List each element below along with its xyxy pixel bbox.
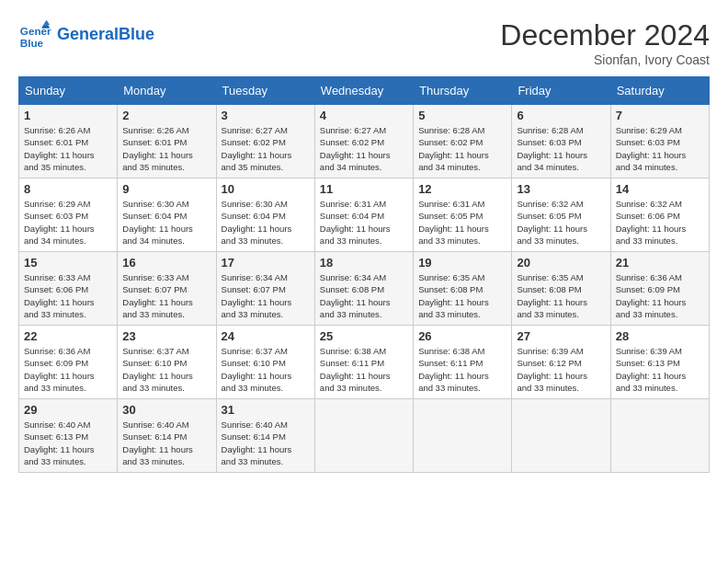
column-header-monday: Monday — [118, 77, 216, 105]
day-number: 5 — [418, 109, 506, 122]
calendar-cell: 25Sunrise: 6:38 AM Sunset: 6:11 PM Dayli… — [314, 326, 413, 399]
day-info: Sunrise: 6:32 AM Sunset: 6:05 PM Dayligh… — [517, 198, 605, 247]
calendar-week-row: 1Sunrise: 6:26 AM Sunset: 6:01 PM Daylig… — [19, 105, 710, 178]
logo: General Blue GeneralBlue — [18, 18, 154, 52]
day-info: Sunrise: 6:35 AM Sunset: 6:08 PM Dayligh… — [517, 271, 605, 320]
calendar-cell: 16Sunrise: 6:33 AM Sunset: 6:07 PM Dayli… — [118, 252, 216, 326]
day-number: 16 — [122, 256, 210, 270]
calendar-cell: 1Sunrise: 6:26 AM Sunset: 6:01 PM Daylig… — [19, 105, 118, 178]
day-number: 7 — [616, 109, 704, 122]
day-info: Sunrise: 6:27 AM Sunset: 6:02 PM Dayligh… — [320, 124, 408, 173]
calendar-cell — [314, 399, 413, 473]
day-number: 15 — [24, 256, 112, 270]
calendar-cell: 13Sunrise: 6:32 AM Sunset: 6:05 PM Dayli… — [512, 178, 610, 252]
calendar-cell: 3Sunrise: 6:27 AM Sunset: 6:02 PM Daylig… — [216, 105, 314, 178]
day-info: Sunrise: 6:35 AM Sunset: 6:08 PM Dayligh… — [418, 271, 506, 320]
day-number: 26 — [418, 329, 506, 343]
day-info: Sunrise: 6:30 AM Sunset: 6:04 PM Dayligh… — [122, 198, 210, 247]
day-number: 20 — [517, 256, 605, 270]
day-info: Sunrise: 6:31 AM Sunset: 6:05 PM Dayligh… — [418, 198, 506, 247]
day-info: Sunrise: 6:37 AM Sunset: 6:10 PM Dayligh… — [222, 345, 310, 394]
day-number: 1 — [24, 109, 112, 122]
calendar-cell: 11Sunrise: 6:31 AM Sunset: 6:04 PM Dayli… — [314, 178, 413, 252]
calendar-cell: 7Sunrise: 6:29 AM Sunset: 6:03 PM Daylig… — [610, 105, 709, 178]
day-info: Sunrise: 6:26 AM Sunset: 6:01 PM Dayligh… — [122, 124, 210, 173]
day-number: 28 — [616, 329, 704, 343]
calendar-cell: 30Sunrise: 6:40 AM Sunset: 6:14 PM Dayli… — [118, 399, 216, 473]
day-number: 18 — [320, 256, 408, 270]
day-info: Sunrise: 6:40 AM Sunset: 6:13 PM Dayligh… — [24, 419, 112, 467]
page-header: General Blue GeneralBlue December 2024 S… — [18, 18, 710, 67]
day-number: 29 — [24, 403, 112, 417]
day-info: Sunrise: 6:28 AM Sunset: 6:03 PM Dayligh… — [517, 124, 605, 173]
title-block: December 2024 Sionfan, Ivory Coast — [500, 18, 710, 67]
day-number: 24 — [222, 329, 310, 343]
day-info: Sunrise: 6:34 AM Sunset: 6:08 PM Dayligh… — [320, 271, 408, 320]
calendar-cell: 8Sunrise: 6:29 AM Sunset: 6:03 PM Daylig… — [19, 178, 118, 252]
day-info: Sunrise: 6:40 AM Sunset: 6:14 PM Dayligh… — [122, 419, 210, 467]
day-info: Sunrise: 6:30 AM Sunset: 6:04 PM Dayligh… — [222, 198, 310, 247]
calendar-cell — [512, 399, 610, 473]
day-number: 8 — [24, 182, 112, 196]
day-number: 21 — [616, 256, 704, 270]
calendar-cell: 4Sunrise: 6:27 AM Sunset: 6:02 PM Daylig… — [314, 105, 413, 178]
calendar-header-row: SundayMondayTuesdayWednesdayThursdayFrid… — [19, 77, 710, 105]
calendar-cell: 29Sunrise: 6:40 AM Sunset: 6:13 PM Dayli… — [19, 399, 118, 473]
calendar-cell: 28Sunrise: 6:39 AM Sunset: 6:13 PM Dayli… — [610, 326, 709, 399]
day-info: Sunrise: 6:36 AM Sunset: 6:09 PM Dayligh… — [616, 271, 704, 320]
calendar-cell: 22Sunrise: 6:36 AM Sunset: 6:09 PM Dayli… — [19, 326, 118, 399]
day-info: Sunrise: 6:38 AM Sunset: 6:11 PM Dayligh… — [418, 345, 506, 394]
calendar-week-row: 22Sunrise: 6:36 AM Sunset: 6:09 PM Dayli… — [19, 326, 710, 399]
day-number: 22 — [24, 329, 112, 343]
calendar-cell: 2Sunrise: 6:26 AM Sunset: 6:01 PM Daylig… — [118, 105, 216, 178]
calendar-cell: 26Sunrise: 6:38 AM Sunset: 6:11 PM Dayli… — [414, 326, 512, 399]
calendar-cell — [414, 399, 512, 473]
day-info: Sunrise: 6:36 AM Sunset: 6:09 PM Dayligh… — [24, 345, 112, 394]
calendar-cell: 24Sunrise: 6:37 AM Sunset: 6:10 PM Dayli… — [216, 326, 314, 399]
calendar-cell: 6Sunrise: 6:28 AM Sunset: 6:03 PM Daylig… — [512, 105, 610, 178]
day-number: 9 — [122, 182, 210, 196]
calendar-cell: 12Sunrise: 6:31 AM Sunset: 6:05 PM Dayli… — [414, 178, 512, 252]
day-info: Sunrise: 6:27 AM Sunset: 6:02 PM Dayligh… — [222, 124, 310, 173]
column-header-sunday: Sunday — [19, 77, 118, 105]
calendar-cell: 31Sunrise: 6:40 AM Sunset: 6:14 PM Dayli… — [216, 399, 314, 473]
calendar-cell — [610, 399, 709, 473]
column-header-tuesday: Tuesday — [216, 77, 314, 105]
calendar-cell: 23Sunrise: 6:37 AM Sunset: 6:10 PM Dayli… — [118, 326, 216, 399]
calendar-cell: 14Sunrise: 6:32 AM Sunset: 6:06 PM Dayli… — [610, 178, 709, 252]
day-number: 11 — [320, 182, 408, 196]
day-info: Sunrise: 6:39 AM Sunset: 6:13 PM Dayligh… — [616, 345, 704, 394]
calendar-cell: 19Sunrise: 6:35 AM Sunset: 6:08 PM Dayli… — [414, 252, 512, 326]
day-info: Sunrise: 6:32 AM Sunset: 6:06 PM Dayligh… — [616, 198, 704, 247]
calendar-cell: 17Sunrise: 6:34 AM Sunset: 6:07 PM Dayli… — [216, 252, 314, 326]
calendar-week-row: 29Sunrise: 6:40 AM Sunset: 6:13 PM Dayli… — [19, 399, 710, 473]
column-header-thursday: Thursday — [414, 77, 512, 105]
day-info: Sunrise: 6:39 AM Sunset: 6:12 PM Dayligh… — [517, 345, 605, 394]
calendar-week-row: 15Sunrise: 6:33 AM Sunset: 6:06 PM Dayli… — [19, 252, 710, 326]
calendar-cell: 27Sunrise: 6:39 AM Sunset: 6:12 PM Dayli… — [512, 326, 610, 399]
calendar-cell: 15Sunrise: 6:33 AM Sunset: 6:06 PM Dayli… — [19, 252, 118, 326]
day-info: Sunrise: 6:29 AM Sunset: 6:03 PM Dayligh… — [616, 124, 704, 173]
column-header-friday: Friday — [512, 77, 610, 105]
day-number: 10 — [222, 182, 310, 196]
calendar-table: SundayMondayTuesdayWednesdayThursdayFrid… — [18, 76, 710, 473]
column-header-saturday: Saturday — [610, 77, 709, 105]
calendar-cell: 5Sunrise: 6:28 AM Sunset: 6:02 PM Daylig… — [414, 105, 512, 178]
svg-marker-2 — [43, 20, 50, 25]
month-title: December 2024 — [500, 18, 710, 52]
calendar-cell: 21Sunrise: 6:36 AM Sunset: 6:09 PM Dayli… — [610, 252, 709, 326]
day-info: Sunrise: 6:33 AM Sunset: 6:07 PM Dayligh… — [122, 271, 210, 320]
day-number: 2 — [122, 109, 210, 122]
location: Sionfan, Ivory Coast — [500, 52, 710, 67]
logo-text: GeneralBlue — [57, 26, 154, 44]
day-number: 3 — [222, 109, 310, 122]
svg-text:Blue: Blue — [20, 37, 44, 49]
day-info: Sunrise: 6:38 AM Sunset: 6:11 PM Dayligh… — [320, 345, 408, 394]
day-number: 25 — [320, 329, 408, 343]
day-info: Sunrise: 6:26 AM Sunset: 6:01 PM Dayligh… — [24, 124, 112, 173]
day-number: 23 — [122, 329, 210, 343]
day-info: Sunrise: 6:34 AM Sunset: 6:07 PM Dayligh… — [222, 271, 310, 320]
day-info: Sunrise: 6:29 AM Sunset: 6:03 PM Dayligh… — [24, 198, 112, 247]
day-number: 17 — [222, 256, 310, 270]
calendar-cell: 9Sunrise: 6:30 AM Sunset: 6:04 PM Daylig… — [118, 178, 216, 252]
